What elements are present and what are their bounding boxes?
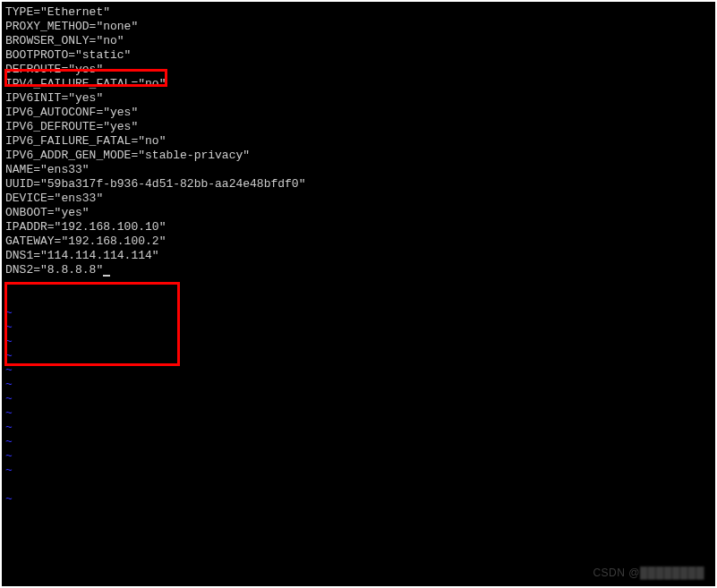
empty-line-marker: ~ bbox=[5, 492, 715, 507]
empty-line-marker: ~ bbox=[5, 335, 715, 349]
empty-line-marker: ~ bbox=[5, 406, 715, 421]
config-line: PROXY_METHOD="none" bbox=[5, 20, 715, 34]
empty-line-marker: ~ bbox=[5, 277, 715, 292]
config-line: IPV6_DEFROUTE="yes" bbox=[5, 120, 715, 134]
config-line: BROWSER_ONLY="no" bbox=[5, 34, 715, 48]
config-line: TYPE="Ethernet" bbox=[5, 5, 715, 20]
watermark-text: CSDN @████████ bbox=[593, 567, 704, 579]
config-line: IPV6_FAILURE_FATAL="no" bbox=[5, 134, 715, 149]
config-line: DEFROUTE="yes" bbox=[5, 63, 715, 77]
blank-line bbox=[5, 478, 715, 492]
empty-line-marker: ~ bbox=[5, 306, 715, 320]
empty-line-marker: ~ bbox=[5, 320, 715, 335]
config-line: DEVICE="ens33" bbox=[5, 192, 715, 206]
config-text: DNS2="8.8.8.8" bbox=[5, 263, 103, 277]
empty-line-marker: ~ bbox=[5, 392, 715, 406]
config-line: IPV6_ADDR_GEN_MODE="stable-privacy" bbox=[5, 149, 715, 163]
watermark-prefix: CSDN @ bbox=[593, 567, 640, 579]
config-line: IPADDR="192.168.100.10" bbox=[5, 220, 715, 234]
config-line: IPV4_FAILURE_FATAL="no" bbox=[5, 77, 715, 91]
empty-line-marker: ~ bbox=[5, 421, 715, 435]
config-line: DNS1="114.114.114.114" bbox=[5, 249, 715, 263]
config-line: BOOTPROTO="static" bbox=[5, 48, 715, 63]
empty-line-marker: ~ bbox=[5, 464, 715, 478]
blank-line bbox=[5, 292, 715, 306]
empty-line-marker: ~ bbox=[5, 363, 715, 378]
watermark-username: ████████ bbox=[640, 567, 704, 579]
config-line: GATEWAY="192.168.100.2" bbox=[5, 234, 715, 249]
config-line-last: DNS2="8.8.8.8" bbox=[5, 263, 715, 277]
terminal-editor-viewport[interactable]: TYPE="Ethernet" PROXY_METHOD="none" BROW… bbox=[5, 5, 715, 507]
empty-line-marker: ~ bbox=[5, 449, 715, 464]
config-line: ONBOOT="yes" bbox=[5, 206, 715, 220]
config-line: NAME="ens33" bbox=[5, 163, 715, 177]
config-line: IPV6INIT="yes" bbox=[5, 91, 715, 106]
cursor-icon bbox=[103, 275, 110, 277]
config-line: IPV6_AUTOCONF="yes" bbox=[5, 106, 715, 120]
empty-line-marker: ~ bbox=[5, 435, 715, 449]
config-line: UUID="59ba317f-b936-4d51-82bb-aa24e48bfd… bbox=[5, 177, 715, 192]
empty-line-marker: ~ bbox=[5, 378, 715, 392]
empty-line-marker: ~ bbox=[5, 349, 715, 363]
